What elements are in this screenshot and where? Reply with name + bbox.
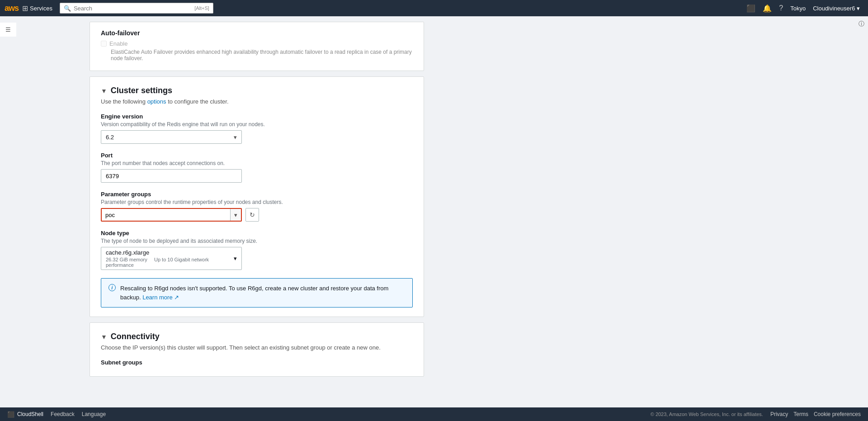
- enable-label: Enable: [109, 40, 127, 47]
- engine-version-desc: Version compatibility of the Redis engin…: [101, 121, 413, 128]
- privacy-link[interactable]: Privacy: [770, 411, 788, 417]
- content-area: Auto-failover Enable ElastiCache Auto Fa…: [0, 16, 497, 421]
- parameter-groups-label: Parameter groups: [101, 191, 413, 198]
- cluster-settings-section: ▼ Cluster settings Use the following opt…: [90, 76, 424, 317]
- bottom-bar: ⬛ CloudShell Feedback Language © 2023, A…: [0, 407, 868, 421]
- aws-logo: aws: [5, 4, 19, 13]
- engine-version-field: Engine version Version compatibility of …: [101, 113, 413, 144]
- auto-failover-title: Auto-failover: [101, 29, 413, 37]
- connectivity-section: ▼ Connectivity Choose the IP version(s) …: [90, 322, 424, 377]
- learn-more-link[interactable]: Learn more ↗: [142, 294, 179, 301]
- bell-icon[interactable]: 🔔: [763, 4, 772, 13]
- node-type-details: 26.32 GiB memory Up to 10 Gigabit networ…: [106, 257, 234, 268]
- top-navigation: aws ⊞ Services 🔍 [Alt+S] ⬛ 🔔 ? Tokyo Clo…: [0, 0, 868, 16]
- panel-info-icon[interactable]: ⓘ: [859, 20, 864, 28]
- engine-version-select[interactable]: 6.2 ▾: [101, 130, 242, 144]
- auto-failover-description: ElastiCache Auto Failover provides enhan…: [111, 49, 413, 61]
- info-circle-icon: i: [108, 284, 116, 291]
- cloudshell-icon: ⬛: [7, 411, 14, 418]
- port-desc: The port number that nodes accept connec…: [101, 160, 413, 166]
- terminal-icon[interactable]: ⬛: [746, 4, 755, 13]
- user-menu[interactable]: Cloudivineuser6 ▾: [813, 5, 860, 12]
- engine-version-label: Engine version: [101, 113, 413, 120]
- search-icon: 🔍: [64, 5, 71, 12]
- search-shortcut: [Alt+S]: [194, 5, 209, 11]
- enable-checkbox-row: Enable: [101, 40, 413, 47]
- info-banner: i Rescaling to R6gd nodes isn't supporte…: [101, 278, 413, 307]
- cluster-settings-subtitle: Use the following options to configure t…: [101, 98, 413, 105]
- connectivity-header: ▼ Connectivity: [101, 332, 413, 341]
- connectivity-subtitle: Choose the IP version(s) this cluster wi…: [101, 344, 413, 351]
- search-bar[interactable]: 🔍 [Alt+S]: [60, 3, 213, 14]
- port-label: Port: [101, 152, 413, 159]
- subnet-groups-label: Subnet groups: [101, 359, 413, 366]
- info-banner-text: Rescaling to R6gd nodes isn't supported.…: [120, 284, 405, 302]
- port-input[interactable]: [101, 169, 242, 183]
- main-wrapper: ☰ Auto-failover Enable ElastiCache Auto …: [0, 16, 868, 421]
- parameter-group-select[interactable]: ▾: [101, 208, 242, 222]
- auto-failover-section: Auto-failover Enable ElastiCache Auto Fa…: [90, 22, 424, 71]
- node-type-desc: The type of node to be deployed and its …: [101, 238, 413, 244]
- cloudshell-button[interactable]: ⬛ CloudShell: [7, 411, 43, 418]
- terms-link[interactable]: Terms: [793, 411, 808, 417]
- node-type-label: Node type: [101, 230, 413, 237]
- node-type-select[interactable]: cache.r6g.xlarge 26.32 GiB memory Up to …: [101, 247, 242, 270]
- cloudshell-label: CloudShell: [17, 411, 43, 417]
- feedback-link[interactable]: Feedback: [51, 411, 75, 417]
- parameter-group-row: ▾ ↻: [101, 208, 413, 222]
- node-type-memory: 26.32 GiB memory: [106, 257, 147, 262]
- search-input[interactable]: [74, 5, 191, 12]
- language-selector[interactable]: Language: [82, 411, 106, 417]
- node-type-value: cache.r6g.xlarge: [106, 249, 234, 256]
- grid-icon[interactable]: ⊞: [22, 4, 28, 13]
- engine-version-chevron-icon: ▾: [234, 134, 237, 141]
- collapse-arrow-icon[interactable]: ▼: [101, 87, 107, 95]
- footer-links: Privacy Terms Cookie preferences: [770, 411, 861, 417]
- parameter-group-input[interactable]: [102, 210, 230, 220]
- sidebar-toggle[interactable]: ☰: [0, 23, 16, 37]
- node-type-field: Node type The type of node to be deploye…: [101, 230, 413, 270]
- cookie-preferences-link[interactable]: Cookie preferences: [814, 411, 861, 417]
- cluster-settings-title: Cluster settings: [111, 86, 172, 95]
- options-link[interactable]: options: [147, 98, 166, 105]
- page-content: Auto-failover Enable ElastiCache Auto Fa…: [90, 16, 424, 409]
- connectivity-collapse-icon[interactable]: ▼: [101, 333, 107, 341]
- parameter-groups-desc: Parameter groups control the runtime pro…: [101, 199, 413, 205]
- port-field: Port The port number that nodes accept c…: [101, 152, 413, 183]
- copyright-text: © 2023, Amazon Web Services, Inc. or its…: [651, 412, 763, 417]
- parameter-group-chevron-icon[interactable]: ▾: [230, 209, 241, 221]
- services-nav-link[interactable]: Services: [30, 5, 52, 12]
- node-type-info: cache.r6g.xlarge 26.32 GiB memory Up to …: [106, 249, 234, 268]
- region-selector[interactable]: Tokyo: [790, 5, 806, 12]
- cluster-settings-header: ▼ Cluster settings: [101, 86, 413, 95]
- parameter-groups-field: Parameter groups Parameter groups contro…: [101, 191, 413, 222]
- help-icon[interactable]: ?: [779, 4, 783, 12]
- connectivity-title: Connectivity: [111, 332, 160, 341]
- engine-version-value: 6.2: [106, 134, 114, 141]
- right-panel: [497, 16, 868, 421]
- enable-checkbox[interactable]: [101, 41, 107, 47]
- refresh-button[interactable]: ↻: [245, 208, 259, 222]
- node-type-chevron-icon: ▾: [234, 255, 237, 262]
